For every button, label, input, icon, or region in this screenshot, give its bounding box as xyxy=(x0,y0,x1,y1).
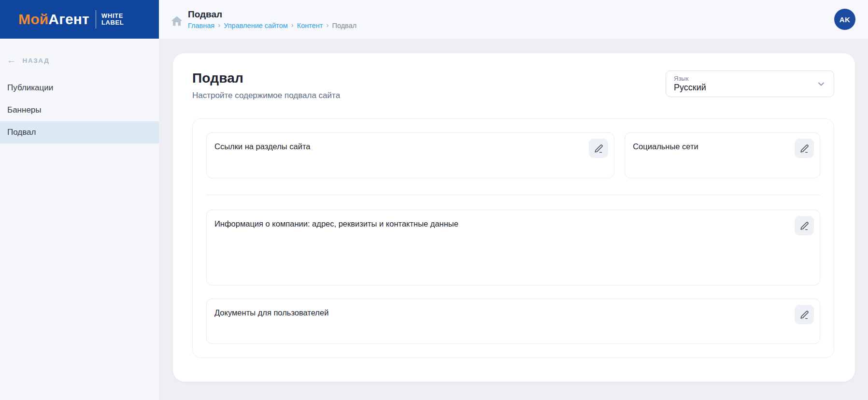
breadcrumb-link-site-management[interactable]: Управление сайтом xyxy=(224,22,288,29)
language-select-label: Язык xyxy=(674,75,816,82)
sidebar-item-banners[interactable]: Баннеры xyxy=(0,99,159,121)
section-title: Подвал xyxy=(192,71,666,86)
card-title: Документы для пользователей xyxy=(214,308,786,317)
topbar-titles: Подвал Главная › Управление сайтом › Кон… xyxy=(188,9,356,29)
card-user-documents: Документы для пользователей xyxy=(206,299,820,344)
card-social-networks: Социальные сети xyxy=(625,132,820,178)
panel-titles: Подвал Настройте содержимое подвала сайт… xyxy=(192,71,666,100)
home-icon[interactable] xyxy=(170,14,184,28)
card-site-links: Ссылки на разделы сайта xyxy=(206,132,614,178)
topbar: Подвал Главная › Управление сайтом › Кон… xyxy=(159,0,868,39)
logo-secondary-text: Агент xyxy=(48,11,89,27)
page-title: Подвал xyxy=(188,9,356,20)
brand-logo[interactable]: МойАгент WHITE LABEL xyxy=(0,0,159,39)
back-label: НАЗАД xyxy=(23,57,50,64)
card-company-info: Информация о компании: адрес, реквизиты … xyxy=(206,210,820,286)
edit-social-networks-button[interactable] xyxy=(795,139,814,158)
footer-blocks-group: Ссылки на разделы сайта Социальные сети xyxy=(192,118,834,358)
edit-user-documents-button[interactable] xyxy=(795,305,814,324)
edit-site-links-button[interactable] xyxy=(589,139,608,158)
breadcrumb: Главная › Управление сайтом › Контент › … xyxy=(188,21,356,29)
sidebar-item-label: Баннеры xyxy=(7,105,42,115)
avatar-initials: AK xyxy=(840,15,850,24)
card-title: Ссылки на разделы сайта xyxy=(214,142,580,151)
section-divider xyxy=(206,195,820,195)
pen-line-icon xyxy=(594,143,604,154)
breadcrumb-link-home[interactable]: Главная xyxy=(188,22,214,29)
app-root: МойАгент WHITE LABEL ← НАЗАД Публикации … xyxy=(0,0,868,400)
breadcrumb-separator: › xyxy=(291,21,294,29)
sidebar-item-footer[interactable]: Подвал xyxy=(0,121,159,143)
cards-row: Ссылки на разделы сайта Социальные сети xyxy=(206,132,820,178)
user-avatar[interactable]: AK xyxy=(834,9,855,30)
pen-line-icon xyxy=(799,310,810,320)
pen-line-icon xyxy=(799,143,810,154)
panel-header: Подвал Настройте содержимое подвала сайт… xyxy=(192,71,834,100)
logo-wordmark: МойАгент xyxy=(18,11,89,28)
edit-company-info-button[interactable] xyxy=(795,216,814,235)
language-select[interactable]: Язык Русский xyxy=(666,71,834,97)
section-subtitle: Настройте содержимое подвала сайта xyxy=(192,91,666,100)
sidebar-nav: Публикации Баннеры Подвал xyxy=(0,77,159,143)
sidebar-item-publications[interactable]: Публикации xyxy=(0,77,159,99)
sidebar-item-label: Подвал xyxy=(7,128,36,137)
content-column: Подвал Главная › Управление сайтом › Кон… xyxy=(159,0,868,400)
sidebar-item-label: Публикации xyxy=(7,83,53,93)
breadcrumb-separator: › xyxy=(218,21,220,29)
back-button[interactable]: ← НАЗАД xyxy=(7,56,159,65)
breadcrumb-link-content[interactable]: Контент xyxy=(297,22,323,29)
pen-line-icon xyxy=(799,221,810,231)
language-select-value: Русский xyxy=(674,83,816,93)
white-label-badge: WHITE LABEL xyxy=(101,13,124,26)
sidebar: МойАгент WHITE LABEL ← НАЗАД Публикации … xyxy=(0,0,159,400)
main-area: Подвал Настройте содержимое подвала сайт… xyxy=(159,39,868,400)
logo-primary-text: Мой xyxy=(18,11,48,27)
logo-divider xyxy=(96,10,96,29)
breadcrumb-separator: › xyxy=(326,21,328,29)
back-arrow-icon: ← xyxy=(7,56,17,65)
card-title: Информация о компании: адрес, реквизиты … xyxy=(214,219,786,229)
chevron-down-icon xyxy=(816,79,826,89)
footer-settings-panel: Подвал Настройте содержимое подвала сайт… xyxy=(173,53,855,382)
language-select-texts: Язык Русский xyxy=(674,75,816,93)
card-title: Социальные сети xyxy=(633,142,786,151)
breadcrumb-current: Подвал xyxy=(332,22,356,29)
